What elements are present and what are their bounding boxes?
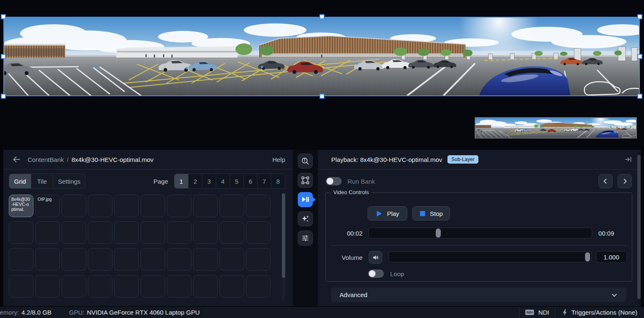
content-tile-empty[interactable] bbox=[61, 248, 86, 271]
back-button[interactable] bbox=[12, 154, 22, 164]
content-tile-empty[interactable] bbox=[9, 248, 33, 271]
content-tile-empty[interactable] bbox=[35, 275, 60, 297]
mute-button[interactable] bbox=[369, 251, 382, 264]
breadcrumb-separator: / bbox=[67, 156, 69, 163]
breadcrumb-root[interactable]: ContentBank bbox=[28, 156, 64, 163]
content-tile-empty[interactable] bbox=[61, 221, 86, 244]
content-tile-empty[interactable] bbox=[193, 195, 218, 217]
volume-slider-handle[interactable] bbox=[585, 252, 590, 262]
content-tile-empty[interactable] bbox=[9, 221, 33, 244]
play-button[interactable]: Play bbox=[368, 206, 407, 221]
timeline-slider[interactable] bbox=[368, 228, 592, 238]
content-tile-empty[interactable] bbox=[141, 275, 165, 297]
content-tile-empty[interactable] bbox=[220, 275, 244, 297]
ndi-status[interactable]: NDI NDI bbox=[519, 307, 555, 318]
content-tile-empty[interactable] bbox=[88, 195, 112, 217]
selection-handle-top-left[interactable] bbox=[1, 14, 6, 19]
page-button-5[interactable]: 5 bbox=[230, 174, 243, 188]
content-tile-8x4k@30-HEVC-optimal.[interactable]: 8x4k@30-HEVC-optimal. bbox=[9, 195, 33, 217]
content-tile-empty[interactable] bbox=[246, 275, 271, 297]
content-tile-empty[interactable] bbox=[114, 195, 139, 217]
stop-icon bbox=[419, 210, 426, 217]
stop-button-label: Stop bbox=[430, 210, 443, 217]
content-tile-empty[interactable] bbox=[141, 195, 165, 217]
play-icon bbox=[376, 210, 383, 217]
page-button-4[interactable]: 4 bbox=[216, 174, 230, 188]
effects-tool-button[interactable] bbox=[298, 211, 313, 226]
playback-scrollbar[interactable] bbox=[637, 152, 641, 304]
selection-handle-mid-right[interactable] bbox=[637, 54, 642, 59]
page-button-7[interactable]: 7 bbox=[257, 174, 271, 188]
content-tile-empty[interactable] bbox=[88, 248, 112, 271]
content-tile-empty[interactable] bbox=[114, 221, 139, 244]
tab-tile[interactable]: Tile bbox=[31, 174, 53, 188]
content-tile-empty[interactable] bbox=[88, 275, 112, 297]
timeline-slider-handle[interactable] bbox=[436, 228, 441, 238]
selection-handle-top-right[interactable] bbox=[637, 14, 642, 19]
advanced-expander[interactable]: Advanced bbox=[331, 287, 626, 302]
content-tile-empty[interactable] bbox=[167, 275, 192, 297]
preview-canvas[interactable] bbox=[0, 0, 644, 150]
page-button-6[interactable]: 6 bbox=[243, 174, 257, 188]
collapse-panel-button[interactable] bbox=[624, 155, 632, 164]
content-tile-empty[interactable] bbox=[88, 221, 112, 244]
content-tile-empty[interactable] bbox=[167, 195, 192, 217]
bank-nav bbox=[598, 174, 632, 188]
content-tile-empty[interactable] bbox=[193, 248, 218, 271]
memory-status: Memory: 4.2/8.0 GB bbox=[0, 309, 51, 316]
volume-value[interactable]: 1.000 bbox=[596, 251, 627, 263]
arrow-left-icon bbox=[12, 155, 21, 164]
page-button-3[interactable]: 3 bbox=[202, 174, 216, 188]
content-tile-OIP.jpg[interactable]: OIP.jpg bbox=[35, 195, 60, 217]
content-tile-empty[interactable] bbox=[114, 248, 139, 271]
stop-button[interactable]: Stop bbox=[412, 206, 450, 221]
run-bank-toggle[interactable] bbox=[326, 177, 342, 185]
properties-tool-button[interactable] bbox=[298, 231, 313, 246]
content-tile-empty[interactable] bbox=[220, 221, 244, 244]
content-tile-empty[interactable] bbox=[220, 195, 244, 217]
content-tile-empty[interactable] bbox=[61, 275, 86, 297]
panorama-layer[interactable] bbox=[3, 18, 639, 96]
scrollbar-thumb[interactable] bbox=[282, 193, 285, 278]
content-tile-empty[interactable] bbox=[193, 221, 218, 244]
panorama-thumbnail[interactable] bbox=[475, 117, 637, 138]
content-tile-empty[interactable] bbox=[246, 195, 271, 217]
tab-settings[interactable]: Settings bbox=[53, 174, 85, 188]
content-tile-empty[interactable] bbox=[114, 275, 139, 297]
content-grid-scrollbar[interactable] bbox=[282, 193, 285, 300]
previous-bank-button[interactable] bbox=[598, 174, 613, 188]
content-tile-empty[interactable] bbox=[35, 221, 60, 244]
selection-handle-bottom-mid[interactable] bbox=[319, 94, 325, 99]
selection-handle-top-mid[interactable] bbox=[319, 14, 325, 19]
triggers-status[interactable]: Triggers/Actions (None) bbox=[555, 307, 644, 318]
page-button-8[interactable]: 8 bbox=[271, 174, 285, 188]
playback-tool-button[interactable] bbox=[298, 192, 313, 207]
selection-handle-bottom-right[interactable] bbox=[637, 94, 642, 99]
content-tile-empty[interactable] bbox=[9, 275, 33, 297]
scrollbar-thumb[interactable] bbox=[637, 155, 641, 299]
content-tile-empty[interactable] bbox=[167, 221, 192, 244]
loop-toggle[interactable] bbox=[368, 269, 384, 278]
content-tile-empty[interactable] bbox=[35, 248, 60, 271]
transform-tool-button[interactable] bbox=[298, 173, 313, 188]
content-tile-empty[interactable] bbox=[193, 275, 218, 297]
page-button-1[interactable]: 1 bbox=[174, 174, 188, 188]
inspect-tool-button[interactable] bbox=[298, 154, 313, 169]
content-tile-empty[interactable] bbox=[141, 248, 165, 271]
content-tile-empty[interactable] bbox=[246, 248, 271, 271]
content-tile-empty[interactable] bbox=[220, 248, 244, 271]
content-tile-empty[interactable] bbox=[167, 248, 192, 271]
content-tile-empty[interactable] bbox=[61, 195, 86, 217]
content-bank-header: ContentBank/8x4k@30-HEVC-optimal.mov Hel… bbox=[3, 150, 293, 169]
content-tile-empty[interactable] bbox=[246, 221, 271, 244]
volume-slider[interactable] bbox=[388, 251, 591, 262]
tab-grid[interactable]: Grid bbox=[9, 174, 31, 188]
selection-handle-bottom-left[interactable] bbox=[1, 94, 6, 99]
help-link[interactable]: Help bbox=[272, 156, 285, 163]
selection-handle-mid-left[interactable] bbox=[1, 54, 6, 59]
page-label: Page bbox=[153, 178, 168, 185]
gpu-status: GPU: NVIDIA GeForce RTX 4060 Laptop GPU bbox=[69, 309, 200, 316]
next-bank-button[interactable] bbox=[618, 174, 632, 188]
page-button-2[interactable]: 2 bbox=[188, 174, 202, 188]
content-tile-empty[interactable] bbox=[141, 221, 165, 244]
